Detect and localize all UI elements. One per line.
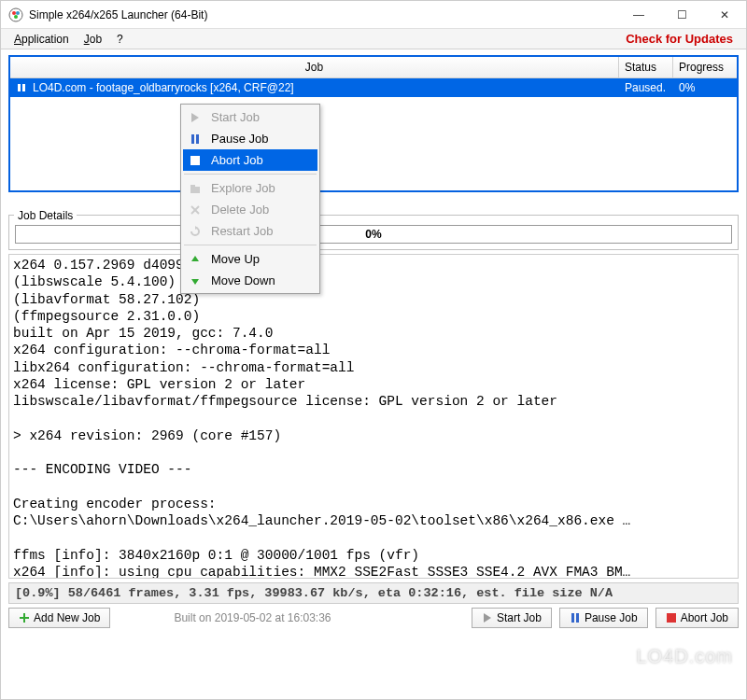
- window-controls: — ☐ ✕: [617, 1, 746, 29]
- pause-icon: [570, 612, 581, 623]
- job-row[interactable]: LO4D.com - footage_oldbarryrocks [x264, …: [10, 78, 737, 97]
- context-menu-separator: [184, 245, 317, 245]
- context-menu-label: Move Up: [211, 252, 260, 266]
- context-menu-start-job: Start Job: [183, 106, 317, 128]
- context-menu-label: Restart Job: [211, 224, 273, 238]
- plus-icon: [19, 612, 30, 623]
- column-header-status[interactable]: Status: [619, 57, 673, 77]
- job-list: Job Status Progress LO4D.com - footage_o…: [8, 55, 739, 192]
- job-list-body[interactable]: LO4D.com - footage_oldbarryrocks [x264, …: [10, 78, 737, 190]
- svg-rect-16: [190, 187, 200, 193]
- context-menu-separator: [184, 174, 317, 175]
- svg-rect-9: [571, 613, 574, 623]
- context-menu-label: Move Down: [211, 273, 275, 287]
- context-menu-move-down[interactable]: Move Down: [183, 270, 317, 291]
- column-header-job[interactable]: Job: [10, 57, 619, 77]
- titlebar: Simple x264/x265 Launcher (64-Bit) — ☐ ✕: [1, 1, 746, 29]
- start-job-button[interactable]: Start Job: [472, 608, 552, 628]
- menu-help[interactable]: ?: [109, 31, 131, 48]
- column-header-progress[interactable]: Progress: [673, 57, 737, 77]
- play-icon: [482, 612, 493, 623]
- play-icon: [187, 112, 204, 123]
- close-button[interactable]: ✕: [703, 1, 746, 29]
- menu-job[interactable]: Job: [77, 31, 109, 48]
- restart-icon: [187, 226, 204, 237]
- check-updates-link[interactable]: Check for Updates: [626, 32, 740, 46]
- menu-application[interactable]: Application: [7, 31, 77, 48]
- svg-rect-17: [190, 185, 195, 188]
- svg-point-2: [16, 11, 20, 15]
- job-list-header: Job Status Progress: [10, 57, 737, 78]
- job-progress: 0%: [673, 78, 737, 97]
- progress-bar: 0%: [15, 225, 732, 244]
- up-icon: [187, 254, 204, 265]
- svg-marker-12: [191, 113, 199, 122]
- svg-rect-4: [18, 84, 21, 91]
- job-details: 0%: [8, 215, 739, 250]
- maximize-button[interactable]: ☐: [660, 1, 703, 29]
- svg-rect-13: [191, 134, 194, 144]
- context-menu-move-up[interactable]: Move Up: [183, 248, 317, 270]
- build-info: Built on 2019-05-02 at 16:03:36: [118, 611, 464, 624]
- progress-percent: 0%: [365, 228, 381, 241]
- minimize-button[interactable]: —: [617, 1, 660, 29]
- delete-icon: [187, 204, 204, 216]
- app-icon: [8, 7, 23, 22]
- pause-icon: [16, 82, 27, 93]
- menubar: Application Job ? Check for Updates: [1, 29, 746, 49]
- pause-icon: [187, 133, 204, 145]
- context-menu-abort-job[interactable]: Abort Job: [183, 149, 317, 171]
- svg-marker-8: [484, 613, 491, 623]
- context-menu-label: Pause Job: [211, 132, 268, 146]
- status-line: [0.9%] 58/6461 frames, 3.31 fps, 39983.6…: [8, 582, 739, 604]
- svg-point-1: [12, 11, 16, 15]
- down-icon: [187, 275, 204, 287]
- context-menu-label: Abort Job: [211, 153, 263, 167]
- job-status: Paused.: [619, 78, 673, 97]
- context-menu-pause-job[interactable]: Pause Job: [183, 128, 317, 149]
- stop-icon: [666, 612, 677, 623]
- context-menu-explore-job: Explore Job: [183, 177, 317, 199]
- context-menu-label: Delete Job: [211, 203, 269, 217]
- context-menu-label: Explore Job: [211, 181, 275, 195]
- svg-rect-5: [22, 84, 25, 91]
- stop-icon: [187, 155, 204, 166]
- abort-job-button[interactable]: Abort Job: [655, 608, 739, 628]
- svg-rect-7: [20, 617, 29, 619]
- add-new-job-button[interactable]: Add New Job: [8, 608, 110, 628]
- svg-rect-15: [190, 156, 200, 165]
- svg-rect-11: [667, 613, 676, 623]
- job-name: LO4D.com - footage_oldbarryrocks [x264, …: [33, 81, 294, 94]
- svg-point-3: [14, 15, 18, 19]
- bottom-toolbar: Add New Job Built on 2019-05-02 at 16:03…: [8, 608, 739, 628]
- watermark: LO4D.com: [636, 646, 733, 667]
- svg-rect-10: [576, 613, 579, 623]
- folder-icon: [187, 183, 204, 194]
- pause-job-button[interactable]: Pause Job: [559, 608, 648, 628]
- window-title: Simple x264/x265 Launcher (64-Bit): [29, 8, 617, 21]
- context-menu-delete-job: Delete Job: [183, 199, 317, 220]
- svg-marker-21: [191, 256, 199, 261]
- context-menu-restart-job: Restart Job: [183, 220, 317, 242]
- svg-marker-22: [191, 279, 199, 285]
- log-output[interactable]: x264 0.157.2969 d4099dd (libswscale 5.4.…: [8, 254, 739, 579]
- svg-rect-14: [196, 134, 199, 144]
- context-menu-label: Start Job: [211, 110, 260, 124]
- context-menu: Start JobPause JobAbort JobExplore JobDe…: [180, 104, 320, 294]
- job-details-label: Job Details: [14, 209, 77, 222]
